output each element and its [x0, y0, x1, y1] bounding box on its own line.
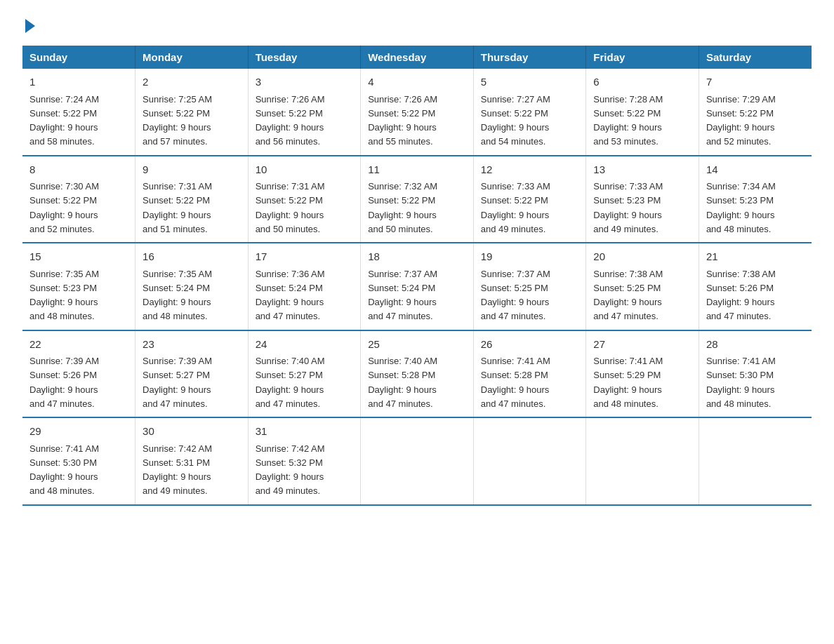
calendar-week-row: 1 Sunrise: 7:24 AMSunset: 5:22 PMDayligh…: [22, 69, 812, 156]
calendar-cell: 7 Sunrise: 7:29 AMSunset: 5:22 PMDayligh…: [699, 69, 812, 156]
calendar-cell: 30 Sunrise: 7:42 AMSunset: 5:31 PMDaylig…: [135, 417, 249, 505]
day-number: 10: [256, 162, 354, 178]
day-info: Sunrise: 7:40 AMSunset: 5:28 PMDaylight:…: [368, 356, 437, 409]
calendar-cell: 27 Sunrise: 7:41 AMSunset: 5:29 PMDaylig…: [586, 330, 699, 418]
logo-arrow-icon: [25, 19, 35, 33]
day-info: Sunrise: 7:36 AMSunset: 5:24 PMDaylight:…: [256, 269, 325, 322]
day-number: 5: [481, 74, 579, 90]
calendar-cell: [586, 417, 699, 505]
calendar-cell: 3 Sunrise: 7:26 AMSunset: 5:22 PMDayligh…: [248, 69, 361, 156]
day-number: 17: [256, 249, 354, 265]
calendar-cell: 24 Sunrise: 7:40 AMSunset: 5:27 PMDaylig…: [248, 330, 361, 418]
day-number: 12: [481, 162, 579, 178]
header-sunday: Sunday: [22, 46, 135, 69]
day-number: 14: [706, 162, 805, 178]
header-thursday: Thursday: [473, 46, 586, 69]
day-info: Sunrise: 7:41 AMSunset: 5:30 PMDaylight:…: [706, 356, 776, 409]
calendar-header-row: SundayMondayTuesdayWednesdayThursdayFrid…: [22, 46, 812, 69]
day-info: Sunrise: 7:33 AMSunset: 5:22 PMDaylight:…: [481, 181, 550, 234]
day-info: Sunrise: 7:38 AMSunset: 5:25 PMDaylight:…: [593, 269, 663, 322]
day-info: Sunrise: 7:37 AMSunset: 5:25 PMDaylight:…: [481, 269, 550, 322]
day-info: Sunrise: 7:39 AMSunset: 5:26 PMDaylight:…: [29, 356, 99, 409]
calendar-cell: 26 Sunrise: 7:41 AMSunset: 5:28 PMDaylig…: [473, 330, 586, 418]
day-info: Sunrise: 7:41 AMSunset: 5:30 PMDaylight:…: [29, 443, 99, 497]
day-number: 25: [368, 337, 466, 353]
calendar-cell: [361, 417, 474, 505]
day-number: 20: [593, 249, 691, 265]
day-info: Sunrise: 7:39 AMSunset: 5:27 PMDaylight:…: [143, 356, 212, 409]
calendar-cell: 17 Sunrise: 7:36 AMSunset: 5:24 PMDaylig…: [248, 243, 361, 330]
day-info: Sunrise: 7:42 AMSunset: 5:32 PMDaylight:…: [256, 443, 325, 497]
calendar-cell: 29 Sunrise: 7:41 AMSunset: 5:30 PMDaylig…: [22, 417, 135, 505]
day-number: 9: [143, 162, 241, 178]
day-number: 31: [256, 424, 354, 440]
day-info: Sunrise: 7:32 AMSunset: 5:22 PMDaylight:…: [368, 181, 437, 234]
header-friday: Friday: [586, 46, 699, 69]
day-info: Sunrise: 7:31 AMSunset: 5:22 PMDaylight:…: [143, 181, 212, 234]
day-info: Sunrise: 7:42 AMSunset: 5:31 PMDaylight:…: [143, 443, 212, 497]
calendar-cell: 20 Sunrise: 7:38 AMSunset: 5:25 PMDaylig…: [586, 243, 699, 330]
calendar-cell: 13 Sunrise: 7:33 AMSunset: 5:23 PMDaylig…: [586, 156, 699, 243]
calendar-cell: 2 Sunrise: 7:25 AMSunset: 5:22 PMDayligh…: [135, 69, 249, 156]
day-number: 27: [593, 337, 691, 353]
calendar-cell: 11 Sunrise: 7:32 AMSunset: 5:22 PMDaylig…: [361, 156, 474, 243]
calendar-cell: 15 Sunrise: 7:35 AMSunset: 5:23 PMDaylig…: [22, 243, 135, 330]
day-info: Sunrise: 7:24 AMSunset: 5:22 PMDaylight:…: [29, 94, 99, 147]
day-number: 23: [143, 337, 241, 353]
day-info: Sunrise: 7:38 AMSunset: 5:26 PMDaylight:…: [706, 269, 776, 322]
day-number: 7: [706, 74, 805, 90]
day-number: 2: [143, 74, 241, 90]
day-number: 8: [29, 162, 128, 178]
calendar-cell: 1 Sunrise: 7:24 AMSunset: 5:22 PMDayligh…: [22, 69, 135, 156]
day-info: Sunrise: 7:35 AMSunset: 5:24 PMDaylight:…: [143, 269, 212, 322]
calendar-cell: 5 Sunrise: 7:27 AMSunset: 5:22 PMDayligh…: [473, 69, 586, 156]
header-tuesday: Tuesday: [248, 46, 361, 69]
day-number: 29: [29, 424, 128, 440]
day-info: Sunrise: 7:33 AMSunset: 5:23 PMDaylight:…: [593, 181, 663, 234]
calendar-cell: 8 Sunrise: 7:30 AMSunset: 5:22 PMDayligh…: [22, 156, 135, 243]
header-monday: Monday: [135, 46, 249, 69]
day-info: Sunrise: 7:27 AMSunset: 5:22 PMDaylight:…: [481, 94, 550, 147]
calendar-cell: 23 Sunrise: 7:39 AMSunset: 5:27 PMDaylig…: [135, 330, 249, 418]
day-number: 4: [368, 74, 466, 90]
day-number: 15: [29, 249, 128, 265]
calendar-cell: 9 Sunrise: 7:31 AMSunset: 5:22 PMDayligh…: [135, 156, 249, 243]
day-info: Sunrise: 7:28 AMSunset: 5:22 PMDaylight:…: [593, 94, 663, 147]
calendar-cell: [699, 417, 812, 505]
day-number: 11: [368, 162, 466, 178]
day-number: 18: [368, 249, 466, 265]
day-info: Sunrise: 7:30 AMSunset: 5:22 PMDaylight:…: [29, 181, 99, 234]
day-number: 30: [143, 424, 241, 440]
calendar-cell: 16 Sunrise: 7:35 AMSunset: 5:24 PMDaylig…: [135, 243, 249, 330]
header-wednesday: Wednesday: [361, 46, 474, 69]
day-info: Sunrise: 7:26 AMSunset: 5:22 PMDaylight:…: [256, 94, 325, 147]
day-info: Sunrise: 7:29 AMSunset: 5:22 PMDaylight:…: [706, 94, 776, 147]
day-number: 13: [593, 162, 691, 178]
logo: [22, 17, 35, 33]
day-info: Sunrise: 7:37 AMSunset: 5:24 PMDaylight:…: [368, 269, 437, 322]
calendar-cell: 12 Sunrise: 7:33 AMSunset: 5:22 PMDaylig…: [473, 156, 586, 243]
calendar-week-row: 15 Sunrise: 7:35 AMSunset: 5:23 PMDaylig…: [22, 243, 812, 330]
calendar-week-row: 22 Sunrise: 7:39 AMSunset: 5:26 PMDaylig…: [22, 330, 812, 418]
calendar-cell: 25 Sunrise: 7:40 AMSunset: 5:28 PMDaylig…: [361, 330, 474, 418]
calendar-cell: 10 Sunrise: 7:31 AMSunset: 5:22 PMDaylig…: [248, 156, 361, 243]
calendar-week-row: 8 Sunrise: 7:30 AMSunset: 5:22 PMDayligh…: [22, 156, 812, 243]
day-info: Sunrise: 7:26 AMSunset: 5:22 PMDaylight:…: [368, 94, 437, 147]
calendar-cell: [473, 417, 586, 505]
day-info: Sunrise: 7:25 AMSunset: 5:22 PMDaylight:…: [143, 94, 212, 147]
calendar-cell: 22 Sunrise: 7:39 AMSunset: 5:26 PMDaylig…: [22, 330, 135, 418]
calendar-cell: 18 Sunrise: 7:37 AMSunset: 5:24 PMDaylig…: [361, 243, 474, 330]
day-number: 21: [706, 249, 805, 265]
day-info: Sunrise: 7:41 AMSunset: 5:28 PMDaylight:…: [481, 356, 550, 409]
calendar-cell: 14 Sunrise: 7:34 AMSunset: 5:23 PMDaylig…: [699, 156, 812, 243]
day-number: 1: [29, 74, 128, 90]
day-number: 24: [256, 337, 354, 353]
day-number: 22: [29, 337, 128, 353]
calendar-cell: 28 Sunrise: 7:41 AMSunset: 5:30 PMDaylig…: [699, 330, 812, 418]
calendar-cell: 4 Sunrise: 7:26 AMSunset: 5:22 PMDayligh…: [361, 69, 474, 156]
calendar-table: SundayMondayTuesdayWednesdayThursdayFrid…: [22, 46, 812, 506]
header-saturday: Saturday: [699, 46, 812, 69]
page-header: [22, 17, 812, 33]
day-number: 16: [143, 249, 241, 265]
day-info: Sunrise: 7:41 AMSunset: 5:29 PMDaylight:…: [593, 356, 663, 409]
